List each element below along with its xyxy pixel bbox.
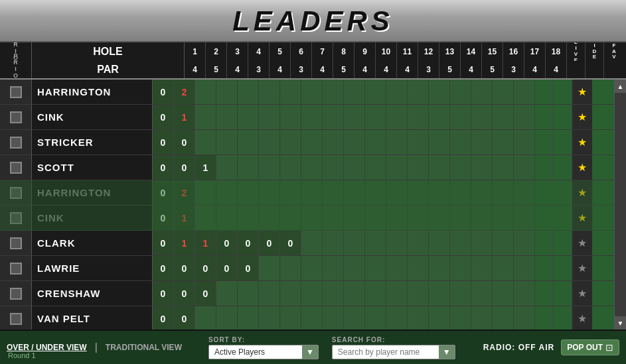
score-cell-3-14: [450, 155, 471, 180]
score-cell-2-17: [514, 130, 535, 154]
checkbox-3[interactable]: [10, 162, 22, 174]
live-cell-1: [535, 105, 554, 129]
score-cell-3-0: 0: [153, 155, 174, 180]
traditional-view-link[interactable]: TRADITIONAL VIEW: [106, 343, 182, 352]
fav-cell-4[interactable]: ★: [572, 180, 592, 205]
score-cell-9-5: [259, 306, 280, 330]
player-checkbox-3[interactable]: [0, 155, 32, 180]
score-cell-6-10: [365, 231, 386, 255]
sort-dropdown[interactable]: Active Players ▼: [208, 345, 319, 359]
fav-cell-8[interactable]: ★: [572, 281, 592, 306]
checkbox-2[interactable]: [10, 137, 22, 149]
score-cell-3-6: [280, 155, 301, 180]
hole-3-header: 3: [227, 42, 248, 61]
score-cell-2-1: 0: [174, 130, 195, 154]
fav-cell-9[interactable]: ★: [572, 306, 592, 330]
fav-cell-2[interactable]: ★: [572, 130, 592, 154]
score-cell-7-5: [259, 256, 280, 280]
search-dropdown-arrow[interactable]: ▼: [439, 345, 455, 359]
checkbox-4[interactable]: [10, 187, 22, 199]
hole-5-header: 5: [270, 42, 291, 61]
fav-cell-1[interactable]: ★: [572, 105, 592, 129]
score-cell-8-6: [280, 281, 301, 306]
score-cell-4-2: [195, 180, 216, 205]
score-cell-9-17: [514, 306, 535, 330]
checkbox-6[interactable]: [10, 237, 22, 249]
checkbox-9[interactable]: [10, 313, 22, 325]
checkbox-7[interactable]: [10, 263, 22, 274]
score-cell-2-10: [365, 130, 386, 154]
checkbox-0[interactable]: [10, 86, 22, 98]
score-cell-7-17: [514, 256, 535, 280]
score-cell-9-13: [429, 306, 450, 330]
player-checkbox-7[interactable]: [0, 256, 32, 280]
score-cell-5-17: [514, 206, 535, 230]
score-cell-7-3: 0: [216, 256, 238, 280]
player-checkbox-9[interactable]: [0, 306, 32, 330]
checkbox-5[interactable]: [10, 212, 22, 224]
header-row-par: PRIOR PAR 4 5 4 3 4 3 4 5 4 4 4 3 5 4 5 …: [0, 61, 626, 80]
player-row-1: CINK01★: [0, 105, 614, 130]
score-cell-3-5: [259, 155, 280, 180]
video-cell-8: [554, 281, 572, 306]
player-name-7: LAWRIE: [32, 256, 153, 280]
score-cell-9-0: 0: [153, 306, 174, 330]
checkbox-8[interactable]: [10, 288, 22, 300]
fav-cell-6[interactable]: ★: [572, 231, 592, 255]
score-cell-2-8: [323, 130, 344, 154]
score-cell-0-6: [280, 80, 301, 104]
score-cell-1-15: [471, 105, 493, 129]
score-cell-0-8: [323, 80, 344, 104]
hole-18-header: 18: [546, 42, 567, 61]
hole-6-header: 6: [291, 42, 312, 61]
video-cell-0: [554, 80, 572, 104]
player-row-4: HARRINGTON02★: [0, 180, 614, 206]
player-checkbox-0[interactable]: [0, 80, 32, 104]
search-input[interactable]: [333, 345, 439, 359]
player-row-2: STRICKER00★: [0, 130, 614, 155]
sort-dropdown-arrow[interactable]: ▼: [302, 345, 318, 359]
score-cell-1-11: [386, 105, 408, 129]
par-header: PAR: [32, 61, 185, 78]
player-checkbox-8[interactable]: [0, 281, 32, 306]
fav-cell-3[interactable]: ★: [572, 155, 592, 180]
score-cell-9-1: 0: [174, 306, 195, 330]
score-cell-2-15: [471, 130, 493, 154]
fav-cell-0[interactable]: ★: [572, 80, 592, 104]
search-input-container[interactable]: ▼: [332, 345, 455, 359]
score-cell-4-15: [471, 180, 493, 205]
player-checkbox-2[interactable]: [0, 130, 32, 154]
player-name-4: HARRINGTON: [32, 180, 153, 205]
score-cell-4-1: 2: [174, 180, 195, 205]
checkbox-1[interactable]: [10, 111, 22, 123]
score-cell-8-9: [344, 281, 365, 306]
score-cell-3-8: [323, 155, 344, 180]
fav-cell-7[interactable]: ★: [572, 256, 592, 280]
pop-out-button[interactable]: POP OUT ⊡: [561, 339, 619, 355]
score-cell-6-2: 1: [195, 231, 216, 255]
score-cell-1-0: 0: [153, 105, 174, 129]
player-checkbox-1[interactable]: [0, 105, 32, 129]
score-cell-9-11: [386, 306, 408, 330]
scrollbar[interactable]: ▲ ▼: [614, 80, 626, 330]
player-checkbox-5[interactable]: [0, 206, 32, 230]
scroll-down-button[interactable]: ▼: [615, 316, 627, 330]
player-table: HARRINGTON02★CINK01★STRICKER00★SCOTT001★…: [0, 80, 626, 330]
score-cell-5-2: [195, 206, 216, 230]
score-cell-0-11: [386, 80, 408, 104]
par-6-header: 3: [291, 61, 312, 78]
sort-by-label: SORT BY:: [208, 336, 319, 343]
score-cell-5-11: [386, 206, 408, 230]
par-7-header: 4: [312, 61, 333, 78]
fav-cell-5[interactable]: ★: [572, 206, 592, 230]
score-cell-3-12: [408, 155, 429, 180]
score-cell-1-17: [514, 105, 535, 129]
scoreboard: PRIOR HOLE 1 2 3 4 5 6 7 8 9 10 11 12 13…: [0, 42, 626, 330]
score-cell-6-13: [429, 231, 450, 255]
player-checkbox-4[interactable]: [0, 180, 32, 205]
scroll-up-button[interactable]: ▲: [615, 80, 627, 93]
player-checkbox-6[interactable]: [0, 231, 32, 255]
player-rows-area: HARRINGTON02★CINK01★STRICKER00★SCOTT001★…: [0, 80, 614, 330]
hole-17-header: 17: [524, 42, 546, 61]
hole-8-header: 8: [333, 42, 354, 61]
